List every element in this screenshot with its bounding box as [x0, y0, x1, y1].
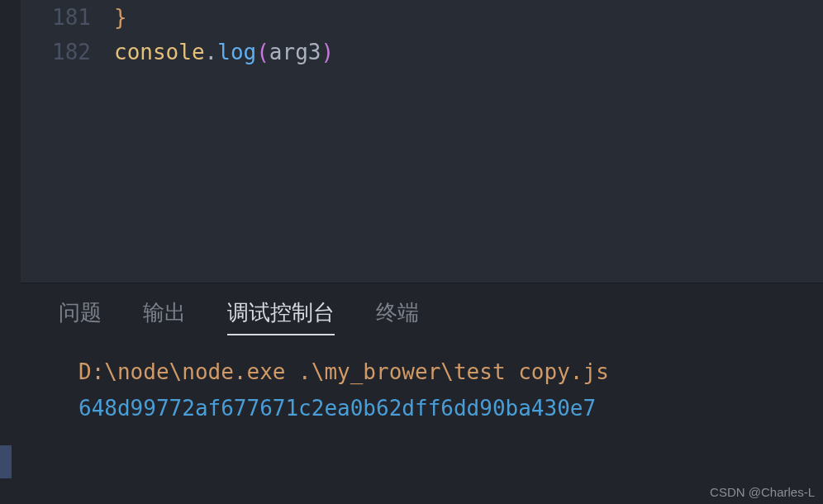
bottom-panel: 问题 输出 调试控制台 终端 D:\node\node.exe .\my_bro… — [21, 283, 823, 504]
panel-tabs: 问题 输出 调试控制台 终端 — [21, 283, 823, 335]
tab-output[interactable]: 输出 — [143, 298, 186, 334]
line-number: 182 — [21, 35, 91, 69]
tab-terminal[interactable]: 终端 — [376, 298, 419, 334]
code-line: } — [114, 0, 823, 35]
tab-problems[interactable]: 问题 — [59, 298, 102, 334]
debug-console-output[interactable]: D:\node\node.exe .\my_brower\test copy.j… — [21, 335, 823, 426]
console-command: D:\node\node.exe .\my_brower\test copy.j… — [78, 354, 823, 390]
code-line: console.log(arg3) — [114, 35, 823, 69]
line-number: 181 — [21, 0, 91, 35]
console-result: 648d99772af677671c2ea0b62dff6dd90ba430e7 — [78, 390, 823, 426]
watermark: CSDN @Charles-L — [710, 485, 815, 499]
tab-debug-console[interactable]: 调试控制台 — [227, 298, 335, 335]
activity-bar-indicator — [0, 445, 12, 478]
code-editor[interactable]: 181 182 } console.log(arg3) — [21, 0, 823, 283]
code-content[interactable]: } console.log(arg3) — [114, 0, 823, 283]
line-gutter: 181 182 — [21, 0, 114, 283]
activity-bar — [0, 0, 21, 504]
